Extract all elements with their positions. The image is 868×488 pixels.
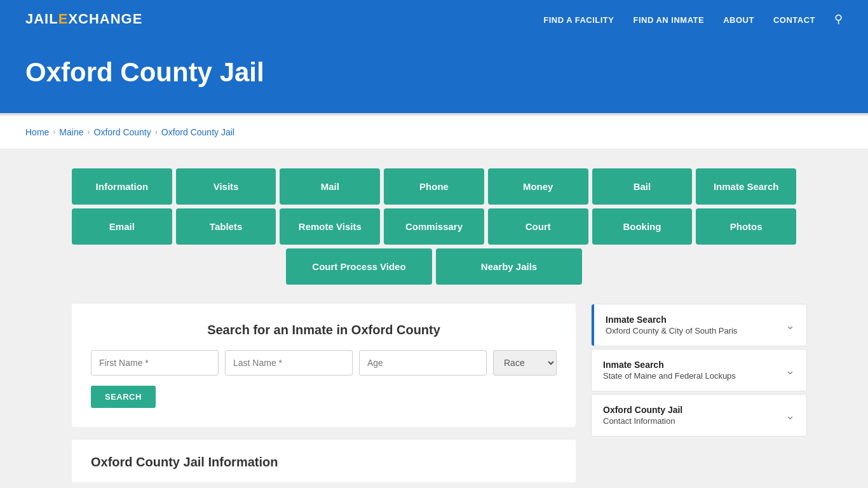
btn-booking[interactable]: Booking (592, 208, 693, 245)
sidebar-card-text-1: Inmate Search Oxford County & City of So… (606, 315, 737, 336)
sidebar-card-header-3[interactable]: Oxford County Jail Contact Information ⌄ (592, 395, 806, 436)
logo-ex: E (58, 11, 69, 27)
navbar: JAILEXCHANGE FIND A FACILITY FIND AN INM… (0, 0, 868, 38)
chevron-down-icon-3: ⌄ (785, 409, 795, 423)
sidebar-card-subtitle-1: Oxford County & City of South Paris (606, 326, 737, 336)
sidebar: Inmate Search Oxford County & City of So… (591, 304, 807, 482)
btn-court-process-video[interactable]: Court Process Video (286, 248, 432, 285)
breadcrumb-sep-2: › (88, 128, 90, 137)
sidebar-card-title-2: Inmate Search (603, 360, 736, 370)
chevron-down-icon-1: ⌄ (785, 318, 795, 332)
breadcrumb-sep-1: › (53, 128, 55, 137)
btn-visits[interactable]: Visits (176, 168, 276, 205)
category-buttons: Information Visits Mail Phone Money Bail… (72, 168, 796, 285)
breadcrumb-sep-3: › (155, 128, 158, 137)
btn-court[interactable]: Court (488, 208, 588, 245)
race-select[interactable]: Race White Black Hispanic Asian Other (493, 350, 557, 376)
search-icon[interactable]: ⚲ (834, 12, 843, 26)
breadcrumb-home[interactable]: Home (25, 127, 49, 137)
sidebar-card-subtitle-3: Contact Information (603, 416, 682, 426)
logo-xchange: XCHANGE (68, 11, 142, 27)
chevron-down-icon-2: ⌄ (785, 363, 795, 377)
first-name-input[interactable] (91, 350, 219, 376)
sidebar-card-header-1[interactable]: Inmate Search Oxford County & City of So… (592, 304, 806, 346)
btn-inmate-search[interactable]: Inmate Search (696, 168, 796, 205)
breadcrumb-oxford-county[interactable]: Oxford County (94, 127, 151, 137)
nav-item-facility[interactable]: FIND A FACILITY (543, 14, 614, 25)
main-content: Information Visits Mail Phone Money Bail… (0, 149, 868, 488)
sidebar-card-3: Oxford County Jail Contact Information ⌄ (591, 394, 807, 437)
content-sidebar-wrap: Search for an Inmate in Oxford County Ra… (72, 304, 796, 482)
sidebar-card-text-3: Oxford County Jail Contact Information (603, 405, 682, 426)
sidebar-card-subtitle-2: State of Maine and Federal Lockups (603, 371, 736, 381)
breadcrumb-oxford-county-jail[interactable]: Oxford County Jail (161, 127, 234, 137)
btn-mail[interactable]: Mail (280, 168, 380, 205)
inmate-search-box: Search for an Inmate in Oxford County Ra… (72, 304, 576, 427)
search-fields: Race White Black Hispanic Asian Other (91, 350, 557, 376)
hero-section: Oxford County Jail (0, 38, 868, 113)
page-title: Oxford County Jail (25, 57, 843, 88)
btn-photos[interactable]: Photos (696, 208, 796, 245)
btn-bail[interactable]: Bail (592, 168, 693, 205)
btn-email[interactable]: Email (72, 208, 172, 245)
logo-jail: JAIL (25, 11, 58, 27)
info-box: Oxford County Jail Information (72, 440, 576, 482)
sidebar-card-text-2: Inmate Search State of Maine and Federal… (603, 360, 736, 381)
search-title: Search for an Inmate in Oxford County (91, 323, 557, 337)
btn-row-3: Court Process Video Nearby Jails (72, 248, 796, 285)
info-title: Oxford County Jail Information (91, 455, 557, 470)
site-logo[interactable]: JAILEXCHANGE (25, 11, 142, 27)
sidebar-card-2: Inmate Search State of Maine and Federal… (591, 349, 807, 391)
btn-phone[interactable]: Phone (384, 168, 484, 205)
last-name-input[interactable] (225, 350, 353, 376)
sidebar-card-1: Inmate Search Oxford County & City of So… (591, 304, 807, 346)
btn-nearby-jails[interactable]: Nearby Jails (436, 248, 582, 285)
content-main: Search for an Inmate in Oxford County Ra… (72, 304, 576, 482)
sidebar-card-header-2[interactable]: Inmate Search State of Maine and Federal… (592, 349, 806, 391)
btn-money[interactable]: Money (488, 168, 588, 205)
sidebar-card-title-3: Oxford County Jail (603, 405, 682, 415)
btn-row-2: Email Tablets Remote Visits Commissary C… (72, 208, 796, 245)
btn-commissary[interactable]: Commissary (384, 208, 484, 245)
btn-row-1: Information Visits Mail Phone Money Bail… (72, 168, 796, 205)
btn-remote-visits[interactable]: Remote Visits (280, 208, 380, 245)
nav-menu: FIND A FACILITY FIND AN INMATE ABOUT CON… (543, 12, 843, 26)
btn-tablets[interactable]: Tablets (176, 208, 276, 245)
btn-information[interactable]: Information (72, 168, 172, 205)
sidebar-card-title-1: Inmate Search (606, 315, 737, 325)
nav-item-about[interactable]: ABOUT (723, 14, 754, 25)
nav-item-inmate[interactable]: FIND AN INMATE (633, 14, 704, 25)
search-button[interactable]: SEARCH (91, 386, 156, 408)
breadcrumb-maine[interactable]: Maine (59, 127, 83, 137)
breadcrumb: Home › Maine › Oxford County › Oxford Co… (0, 116, 868, 149)
nav-item-contact[interactable]: CONTACT (773, 14, 815, 25)
age-input[interactable] (359, 350, 487, 376)
